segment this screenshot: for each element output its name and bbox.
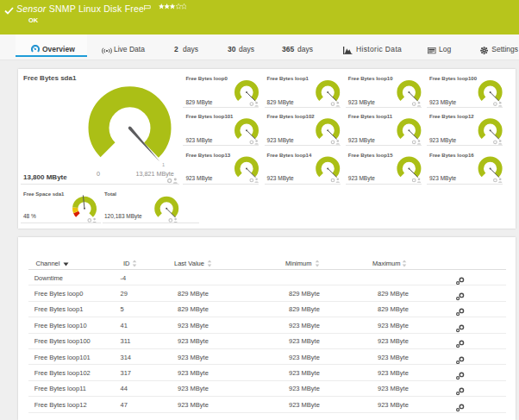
svg-text:1: 1 [162,162,165,167]
